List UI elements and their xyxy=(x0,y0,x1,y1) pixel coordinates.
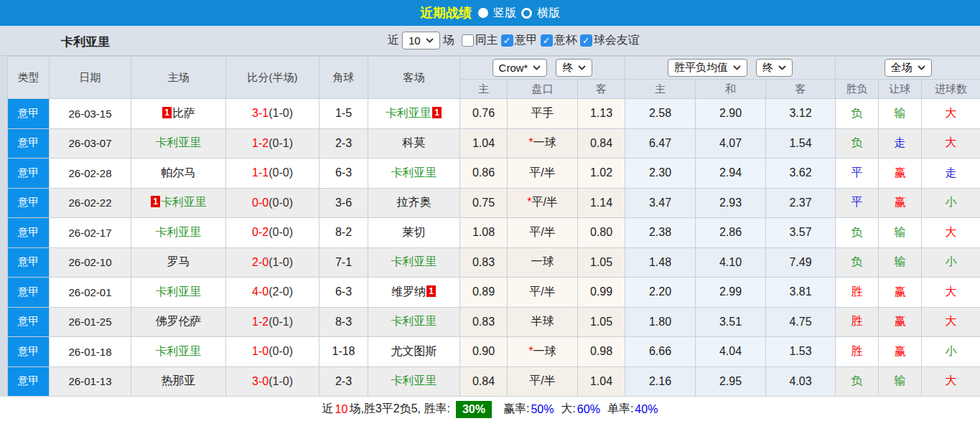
col-header-score: 比分(半场) xyxy=(226,57,319,99)
home-team-cell: 1比萨 xyxy=(131,99,226,129)
goals-result-cell: 小 xyxy=(922,337,980,367)
avg-draw-cell: 2.94 xyxy=(696,159,766,189)
filter-same-home[interactable]: 同主 xyxy=(462,33,498,48)
avg-home-cell: 6.66 xyxy=(625,337,696,367)
subcol-handicap-result: 让球 xyxy=(879,80,922,99)
odds-away-cell: 0.99 xyxy=(578,278,625,308)
handicap-result-cell: 输 xyxy=(879,247,922,278)
date-cell: 26-03-07 xyxy=(50,128,131,159)
filter-friendly[interactable]: ✓ 球会友谊 xyxy=(580,33,640,48)
away-team-cell: 科莫 xyxy=(368,128,460,159)
handicap-result-cell: 输 xyxy=(879,218,922,248)
match-count-select[interactable]: 10 xyxy=(402,32,440,49)
handicap-cell: *一球 xyxy=(508,128,578,159)
date-cell: 26-02-01 xyxy=(50,278,131,308)
horizontal-layout-radio[interactable] xyxy=(521,8,532,19)
team-label: 卡利亚里 xyxy=(161,196,207,208)
summary-near-label: 近 xyxy=(322,402,334,417)
team-label: 卡利亚里 xyxy=(156,226,202,238)
table-row: 意甲26-03-151比萨3-1(1-0)1-5卡利亚里10.76平手1.132… xyxy=(8,99,980,129)
handicap-cell: 平/半 xyxy=(508,159,578,189)
filter-italy-cup[interactable]: ✓ 意杯 xyxy=(541,33,577,48)
league-cell: 意甲 xyxy=(8,337,50,367)
avg-draw-cell: 4.10 xyxy=(696,247,766,278)
score-cell: 2-0(1-0) xyxy=(226,247,319,278)
filter-controls: 近 10 场 同主 ✓ 意甲 ✓ 意杯 ✓ 球会友谊 xyxy=(388,32,640,49)
filter-bar: 卡利亚里 近 10 场 同主 ✓ 意甲 ✓ 意杯 ✓ 球会友谊 xyxy=(0,26,980,56)
avg-home-cell: 2.58 xyxy=(625,99,696,129)
away-team-cell: 卡利亚里1 xyxy=(368,99,460,129)
avg-away-cell: 4.03 xyxy=(766,366,836,397)
rank-badge: 1 xyxy=(162,107,172,118)
team-label: 比萨 xyxy=(172,107,195,119)
odds-time-select[interactable]: 终 xyxy=(556,59,592,77)
corner-cell: 6-3 xyxy=(319,159,368,189)
score-cell: 0-2(0-0) xyxy=(226,218,319,248)
match-count-value: 10 xyxy=(409,34,421,47)
avg-time-select[interactable]: 终 xyxy=(756,59,793,77)
table-row: 意甲26-02-10罗马2-0(1-0)7-1卡利亚里0.83一球1.051.4… xyxy=(8,247,980,278)
team-label: 卡利亚里 xyxy=(386,107,431,119)
odds-home-cell: 0.83 xyxy=(460,307,508,337)
winlose-result-cell: 平 xyxy=(836,188,879,218)
odds-company-select[interactable]: Crow* xyxy=(493,59,548,77)
league-cell: 意甲 xyxy=(8,188,50,218)
team-label: 尤文图斯 xyxy=(391,345,437,357)
table-row: 意甲26-01-13热那亚3-0(1-0)2-3卡利亚里0.84平/半1.042… xyxy=(8,366,980,397)
team-label: 罗马 xyxy=(167,255,190,268)
corner-cell: 8-3 xyxy=(319,307,368,337)
italy-cup-checkbox[interactable]: ✓ xyxy=(541,34,553,47)
odds-away-cell: 1.13 xyxy=(578,99,625,129)
avg-model-select[interactable]: 胜平负均值 xyxy=(668,59,747,77)
games-label: 场 xyxy=(443,33,454,48)
odds-away-cell: 0.98 xyxy=(578,337,625,367)
avg-away-cell: 1.54 xyxy=(766,128,836,159)
team-name: 卡利亚里 xyxy=(61,34,110,50)
chevron-down-icon xyxy=(733,65,741,70)
date-cell: 26-02-22 xyxy=(50,188,131,218)
avg-away-cell: 3.62 xyxy=(766,159,836,189)
winlose-result-cell: 负 xyxy=(836,218,879,248)
date-cell: 26-02-10 xyxy=(50,247,131,278)
winlose-result-cell: 胜 xyxy=(836,337,879,367)
subcol-odds-home: 主 xyxy=(460,80,508,99)
handicap-cell: 平/半 xyxy=(508,278,578,308)
horizontal-layout-label[interactable]: 横版 xyxy=(537,6,560,21)
odds-home-cell: 1.08 xyxy=(460,218,508,248)
home-team-cell: 卡利亚里 xyxy=(131,128,226,159)
away-team-cell: 拉齐奥 xyxy=(368,188,460,218)
winlose-result-cell: 胜 xyxy=(836,307,879,337)
goals-result-cell: 大 xyxy=(922,218,980,248)
table-row: 意甲26-03-07卡利亚里1-2(0-1)2-3科莫1.04*一球0.846.… xyxy=(8,128,980,159)
goals-result-cell: 大 xyxy=(922,278,980,308)
odds-win-value: 50% xyxy=(531,403,554,416)
team-label: 帕尔马 xyxy=(162,166,196,179)
winlose-result-cell: 胜 xyxy=(836,278,879,308)
filter-serie-a[interactable]: ✓ 意甲 xyxy=(501,33,538,48)
avg-draw-cell: 2.90 xyxy=(696,99,766,129)
avg-model-value: 胜平负均值 xyxy=(674,61,728,75)
table-body: 意甲26-03-151比萨3-1(1-0)1-5卡利亚里10.76平手1.132… xyxy=(8,99,980,397)
friendly-checkbox[interactable]: ✓ xyxy=(580,34,592,47)
avg-time-value: 终 xyxy=(762,61,773,75)
rank-badge: 1 xyxy=(432,107,442,118)
avg-draw-cell: 2.95 xyxy=(696,366,766,397)
score-cell: 1-2(0-1) xyxy=(226,128,319,159)
serie-a-checkbox[interactable]: ✓ xyxy=(501,34,513,47)
goals-result-cell: 大 xyxy=(922,99,980,129)
score-cell: 1-1(0-0) xyxy=(226,159,319,189)
date-cell: 26-01-18 xyxy=(50,337,131,367)
subcol-odds-away: 客 xyxy=(578,80,625,99)
date-cell: 26-01-25 xyxy=(50,307,131,337)
same-home-checkbox[interactable] xyxy=(462,34,474,47)
subcol-avg-home: 主 xyxy=(625,80,696,99)
league-cell: 意甲 xyxy=(8,159,50,189)
odds-home-cell: 0.89 xyxy=(460,278,508,308)
chevron-down-icon xyxy=(778,65,786,70)
vertical-layout-radio[interactable] xyxy=(478,8,488,18)
home-team-cell: 卡利亚里 xyxy=(131,278,226,308)
vertical-layout-label[interactable]: 竖版 xyxy=(493,6,516,21)
scope-select[interactable]: 全场 xyxy=(885,59,932,77)
corner-cell: 1-18 xyxy=(319,337,368,367)
avg-draw-cell: 2.86 xyxy=(696,218,766,248)
